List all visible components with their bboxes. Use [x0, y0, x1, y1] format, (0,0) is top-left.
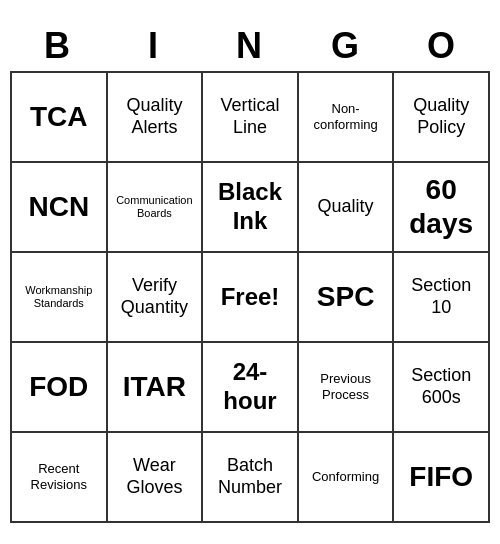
cell-text: Quality Alerts: [114, 95, 196, 138]
cell-text: SPC: [317, 280, 375, 314]
bingo-cell-22: Batch Number: [203, 433, 299, 523]
cell-text: ITAR: [123, 370, 186, 404]
cell-text: Communication Boards: [114, 194, 196, 220]
bingo-grid: TCAQuality AlertsVertical LineNon-confor…: [10, 71, 490, 523]
cell-text: FIFO: [409, 460, 473, 494]
cell-text: Free!: [221, 283, 280, 312]
bingo-cell-3: Non-conforming: [299, 73, 395, 163]
bingo-cell-17: 24-hour: [203, 343, 299, 433]
bingo-cell-19: Section 600s: [394, 343, 490, 433]
bingo-cell-1: Quality Alerts: [108, 73, 204, 163]
bingo-cell-6: Communication Boards: [108, 163, 204, 253]
bingo-cell-14: Section 10: [394, 253, 490, 343]
bingo-cell-8: Quality: [299, 163, 395, 253]
bingo-cell-15: FOD: [12, 343, 108, 433]
cell-text: Quality: [318, 196, 374, 218]
bingo-cell-12: Free!: [203, 253, 299, 343]
cell-text: 24-hour: [209, 358, 291, 416]
cell-text: Verify Quantity: [114, 275, 196, 318]
bingo-cell-5: NCN: [12, 163, 108, 253]
bingo-cell-21: Wear Gloves: [108, 433, 204, 523]
header-letter: B: [10, 21, 106, 71]
cell-text: Quality Policy: [400, 95, 482, 138]
cell-text: NCN: [28, 190, 89, 224]
bingo-cell-18: Previous Process: [299, 343, 395, 433]
bingo-cell-7: Black Ink: [203, 163, 299, 253]
cell-text: Wear Gloves: [114, 455, 196, 498]
header-letter: O: [394, 21, 490, 71]
header-letter: G: [298, 21, 394, 71]
bingo-cell-4: Quality Policy: [394, 73, 490, 163]
bingo-cell-23: Conforming: [299, 433, 395, 523]
cell-text: FOD: [29, 370, 88, 404]
cell-text: Batch Number: [209, 455, 291, 498]
bingo-cell-0: TCA: [12, 73, 108, 163]
bingo-cell-2: Vertical Line: [203, 73, 299, 163]
header-letter: N: [202, 21, 298, 71]
bingo-cell-11: Verify Quantity: [108, 253, 204, 343]
cell-text: Non-conforming: [305, 101, 387, 132]
cell-text: Conforming: [312, 469, 379, 485]
bingo-cell-20: Recent Revisions: [12, 433, 108, 523]
cell-text: Recent Revisions: [18, 461, 100, 492]
cell-text: Section 600s: [400, 365, 482, 408]
bingo-cell-24: FIFO: [394, 433, 490, 523]
bingo-cell-10: Workmanship Standards: [12, 253, 108, 343]
bingo-card: BINGO TCAQuality AlertsVertical LineNon-…: [10, 21, 490, 523]
header-letter: I: [106, 21, 202, 71]
bingo-header: BINGO: [10, 21, 490, 71]
cell-text: Section 10: [400, 275, 482, 318]
cell-text: Workmanship Standards: [18, 284, 100, 310]
cell-text: 60 days: [400, 173, 482, 240]
cell-text: Vertical Line: [209, 95, 291, 138]
cell-text: Previous Process: [305, 371, 387, 402]
bingo-cell-13: SPC: [299, 253, 395, 343]
cell-text: TCA: [30, 100, 88, 134]
cell-text: Black Ink: [209, 178, 291, 236]
bingo-cell-16: ITAR: [108, 343, 204, 433]
bingo-cell-9: 60 days: [394, 163, 490, 253]
